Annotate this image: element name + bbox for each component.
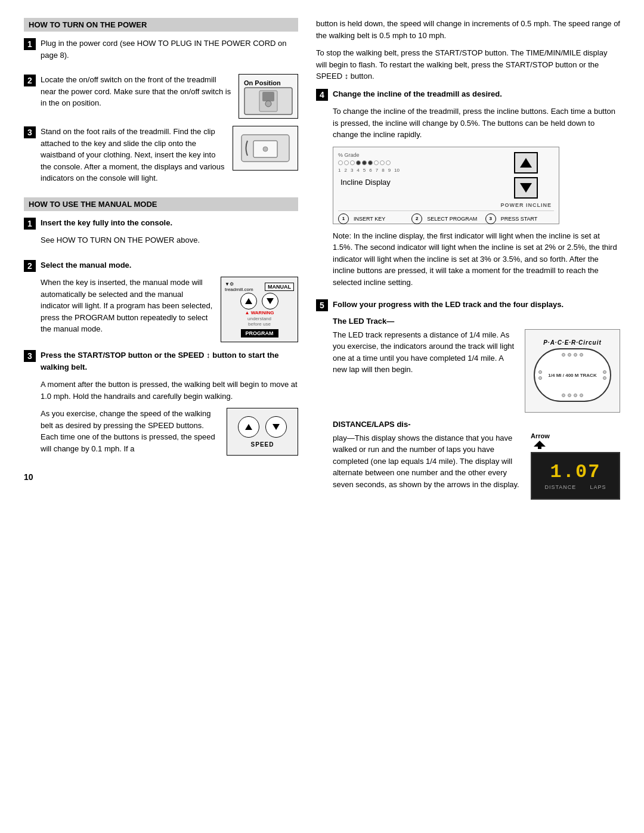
step-4-text1: To change the incline of the treadmill, … <box>333 106 620 141</box>
page-layout: HOW TO TURN ON THE POWER 1 Plug in the p… <box>24 18 620 514</box>
svg-point-3 <box>265 101 271 107</box>
manual-step-1-content: Insert the key fully into the console. S… <box>41 217 298 252</box>
step-5: 5 Follow your progress with the LED trac… <box>316 299 620 507</box>
arrow-label-text: Arrow <box>531 432 550 439</box>
incline-step-3-label: PRESS START <box>501 216 554 222</box>
grade-label: % Grade <box>338 152 496 158</box>
svg-rect-2 <box>262 92 274 101</box>
distance-number: 1.07 <box>550 461 601 483</box>
manual-step-3-bold: Press the START/STOP button or the SPEED… <box>41 349 298 373</box>
grade-dot-8 <box>380 160 385 165</box>
step-1-power: 1 Plug in the power cord (see HOW TO PLU… <box>24 38 298 67</box>
manual-step-2-image: ▼⚙ treadmill.com MANUAL <box>221 277 298 342</box>
key-svg <box>236 129 295 168</box>
incline-display-box: % Grade <box>333 147 559 224</box>
down-triangle-icon <box>267 298 274 304</box>
step-1-text: Plug in the power cord (see HOW TO PLUG … <box>41 38 298 61</box>
incline-up-btn[interactable] <box>514 152 538 174</box>
manual-step-3-inline: As you exercise, change the speed of the… <box>41 408 298 460</box>
incline-up-icon <box>520 158 532 168</box>
step-2-text: Locate the on/off switch on the front of… <box>41 74 231 115</box>
track-dots-bottom <box>562 394 583 397</box>
incline-bottom-row: 1 INSERT KEY 2 SELECT PROGRAM 3 PRESS ST… <box>338 210 554 224</box>
speed-up-btn[interactable] <box>238 416 259 438</box>
incline-step-1: 1 <box>338 213 349 224</box>
incline-step-3: 3 <box>485 213 496 224</box>
led-track-block: The LED track represents a distance of 1… <box>333 329 620 413</box>
step-number-3-power: 3 <box>24 126 36 138</box>
manual-step-2-inline: When the key is inserted, the manual mod… <box>41 277 298 342</box>
distance-laps-title: DISTANCE/LAPS dis- <box>333 420 620 429</box>
grade-scale <box>338 160 496 165</box>
grade-dot-2 <box>344 160 349 165</box>
console-program-btn: PROGRAM <box>241 329 278 337</box>
console-down-btn[interactable] <box>262 293 278 309</box>
distance-label: DISTANCE <box>545 484 577 490</box>
speed-up-icon <box>245 424 252 430</box>
step-4-bold: Change the incline of the treadmill as d… <box>333 88 620 100</box>
step-3-text: Stand on the foot rails of the treadmill… <box>41 126 225 190</box>
speed-label: SPEED <box>251 441 274 448</box>
pacer-circuit-label: P·A·C·E·R·Circuit <box>543 339 602 346</box>
section-header-power: HOW TO TURN ON THE POWER <box>24 18 298 32</box>
console-warning: ▲ WARNINGunderstandbefore use <box>245 310 274 327</box>
incline-display-label: Incline Display <box>338 178 496 187</box>
grade-dot-5 <box>362 160 367 165</box>
grade-numbers: 1 2 3 4 5 6 7 8 9 10 <box>338 168 496 173</box>
step-5-number: 5 <box>316 299 328 311</box>
incline-top: % Grade <box>338 152 554 208</box>
step-number-1: 1 <box>24 38 36 50</box>
section-header-manual: HOW TO USE THE MANUAL MODE <box>24 197 298 211</box>
step-3-inline: Stand on the foot rails of the treadmill… <box>41 126 298 190</box>
console-up-btn[interactable] <box>240 293 257 309</box>
console-manual-label: MANUAL <box>265 283 294 291</box>
incline-down-btn[interactable] <box>514 177 538 199</box>
incline-step-1-label: INSERT KEY <box>354 216 407 222</box>
step-2-content: Locate the on/off switch on the front of… <box>41 74 298 119</box>
right-para1: button is held down, the speed will chan… <box>316 18 620 41</box>
right-column: button is held down, the speed will chan… <box>316 18 620 514</box>
grade-dot-7 <box>374 160 379 165</box>
step-4-content: Change the incline of the treadmill as d… <box>333 88 620 292</box>
track-dots-top <box>562 353 583 357</box>
manual-step-number-1: 1 <box>24 218 36 230</box>
power-incline-label: POWER INCLINE <box>500 202 552 208</box>
distance-laps-body: play—This display shows the distance tha… <box>333 432 521 491</box>
distance-labels-row: DISTANCE LAPS <box>532 484 619 490</box>
grade-dot-6 <box>368 160 373 165</box>
track-dots-left <box>538 370 542 380</box>
step-4-number: 4 <box>316 89 328 101</box>
incline-step-2: 2 <box>411 213 422 224</box>
console-illustration: ▼⚙ treadmill.com MANUAL <box>221 277 298 342</box>
distance-laps-block: play—This display shows the distance tha… <box>333 432 620 500</box>
manual-step-2-text: When the key is inserted, the manual mod… <box>41 277 213 341</box>
manual-step-3-text1: A moment after the button is pressed, th… <box>41 379 298 402</box>
incline-down-icon <box>520 183 532 193</box>
step-5-content: Follow your progress with the LED track … <box>333 299 620 507</box>
right-para2: To stop the walking belt, press the STAR… <box>316 47 620 82</box>
manual-step-1: 1 Insert the key fully into the console.… <box>24 217 298 252</box>
incline-step-2-label: SELECT PROGRAM <box>427 216 480 222</box>
led-track-text: The LED track represents a distance of 1… <box>333 329 515 379</box>
step-4: 4 Change the incline of the treadmill as… <box>316 88 620 292</box>
manual-step-3-content: Press the START/STOP button or the SPEED… <box>41 349 298 460</box>
manual-step-2-bold: Select the manual mode. <box>41 259 298 271</box>
manual-step-3-image: SPEED <box>227 408 298 456</box>
distance-laps-text: play—This display shows the distance tha… <box>333 432 521 494</box>
manual-step-3: 3 Press the START/STOP button or the SPE… <box>24 349 298 460</box>
step-2-inline: Locate the on/off switch on the front of… <box>41 74 298 119</box>
step-5-bold: Follow your progress with the LED track … <box>333 299 620 311</box>
distance-display-wrapper: Arrow 1.07 DISTANCE LAPS <box>531 432 620 500</box>
left-column: HOW TO TURN ON THE POWER 1 Plug in the p… <box>24 18 298 514</box>
manual-step-3-text-block: As you exercise, change the speed of the… <box>41 408 219 460</box>
manual-step-2: 2 Select the manual mode. When the key i… <box>24 259 298 343</box>
speed-down-icon <box>273 424 280 430</box>
step-2-power: 2 Locate the on/off switch on the front … <box>24 74 298 119</box>
incline-right-panel: POWER INCLINE <box>500 152 554 208</box>
switch-svg <box>242 85 295 117</box>
speed-down-btn[interactable] <box>265 416 287 438</box>
manual-step-number-2: 2 <box>24 260 36 272</box>
switch-area <box>239 86 298 116</box>
incline-left-panel: % Grade <box>338 152 496 187</box>
grade-dot-9 <box>386 160 391 165</box>
